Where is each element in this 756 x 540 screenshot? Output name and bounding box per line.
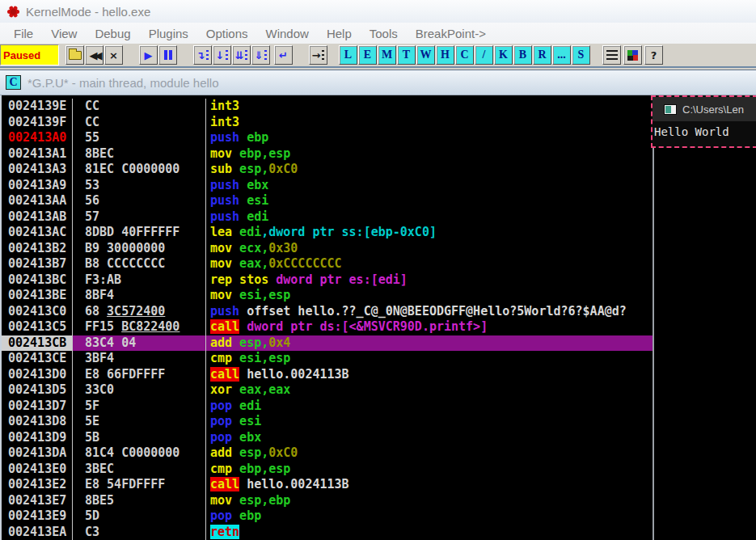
menu-item-plugins[interactable]: Plugins: [140, 25, 197, 42]
open-file-button[interactable]: [65, 45, 84, 65]
address-cell: 002413E2: [2, 477, 73, 493]
address-cell: 0024139F: [2, 115, 73, 131]
disassembly-row[interactable]: 002413AC8DBD 40FFFFFFlea edi,dword ptr s…: [2, 225, 653, 241]
menu-item-help[interactable]: Help: [318, 25, 361, 42]
bytes-cell: 56: [73, 193, 206, 209]
disassembly-row[interactable]: 002413C5FF15 BC822400call dword ptr ds:[…: [2, 319, 653, 335]
console-window[interactable]: C:\Users\Len Hello World: [651, 95, 756, 148]
view-button-h[interactable]: H: [436, 45, 454, 65]
disassembly-row[interactable]: 0024139ECCint3: [2, 99, 653, 115]
address-cell: 002413E7: [2, 493, 73, 509]
disassembly-row[interactable]: 002413BCF3:ABrep stos dword ptr es:[edi]: [2, 272, 653, 289]
disassembly-row[interactable]: 002413C068 3C572400push offset hello.??_…: [2, 304, 653, 320]
step-into-button[interactable]: ↴: [193, 45, 212, 65]
view-button-s[interactable]: S: [572, 45, 590, 65]
view-button-w[interactable]: W: [416, 45, 435, 65]
log-window-button[interactable]: [602, 45, 621, 65]
instruction-cell: xor eax,eax: [206, 382, 653, 399]
run-button[interactable]: ▶: [139, 45, 158, 65]
menu-item-options[interactable]: Options: [197, 25, 257, 42]
view-button-m[interactable]: M: [378, 45, 396, 65]
execute-till-return-button[interactable]: ↵: [274, 45, 293, 65]
execute-till-return-icon: ↵: [279, 50, 288, 61]
address-cell: 002413D5: [2, 382, 73, 399]
disassembly-row[interactable]: 002413D85Epop esi: [2, 414, 653, 430]
disassembly-row[interactable]: 002413B2B9 30000000mov ecx,0x30: [2, 241, 653, 257]
disassembly-row[interactable]: 002413AB57push edi: [2, 209, 653, 226]
disassembly-row[interactable]: 002413CE3BF4cmp esi,esp: [2, 351, 653, 367]
app-icon: [6, 5, 20, 19]
menu-item-window[interactable]: Window: [257, 25, 318, 42]
trace-over-button[interactable]: ⇓: [251, 45, 270, 65]
menu-item-view[interactable]: View: [42, 25, 86, 42]
disassembly-row[interactable]: 002413B7B8 CCCCCCCCmov eax,0xCCCCCCCC: [2, 256, 653, 272]
instruction-cell: push offset hello.??_C@_0N@BEEODGFF@Hell…: [206, 304, 653, 320]
disassembly-row[interactable]: 002413A18BECmov ebp,esp: [2, 146, 653, 162]
instruction-cell: push ebp: [206, 130, 653, 146]
disassembly-row[interactable]: 002413AA56push esi: [2, 193, 653, 209]
title-bar[interactable]: KernelMode - hello.exe: [0, 0, 756, 23]
trace-into-icon: ⇊: [235, 50, 244, 61]
restart-button[interactable]: ◀◀: [85, 45, 103, 65]
disassembly-row[interactable]: 002413E78BE5mov esp,ebp: [2, 493, 653, 509]
bytes-cell: B8 CCCCCCCC: [73, 256, 206, 272]
view-button-r[interactable]: R: [533, 45, 551, 65]
view-button-e[interactable]: E: [358, 45, 377, 65]
instruction-cell: pop ebp: [206, 508, 653, 525]
windows-button[interactable]: [623, 45, 642, 65]
instruction-cell: call dword ptr ds:[<&MSVCR90D.printf>]: [206, 319, 653, 335]
bytes-cell: E8 66FDFFFF: [73, 367, 206, 383]
view-button-patches[interactable]: /: [475, 45, 493, 65]
disassembly-row[interactable]: 0024139FCCint3: [2, 115, 653, 131]
trace-into-button[interactable]: ⇊: [232, 45, 251, 65]
disassembly-row[interactable]: 002413EAC3retn: [2, 525, 653, 540]
bytes-cell: 8BEC: [73, 146, 206, 162]
help-button[interactable]: ?: [644, 45, 663, 65]
go-to-icon: →: [312, 50, 321, 61]
address-cell: 002413A3: [2, 162, 73, 178]
address-cell: 002413E9: [2, 508, 73, 525]
cpu-window-title: *G.P.U* - main thread, module hello: [27, 76, 219, 90]
cpu-window-title-bar[interactable]: C *G.P.U* - main thread, module hello: [0, 70, 756, 95]
bytes-cell: 81EC C0000000: [73, 162, 206, 178]
view-button-l[interactable]: L: [339, 45, 357, 65]
menu-item-breakpoint[interactable]: BreakPoint->: [407, 25, 495, 42]
step-over-button[interactable]: ↓: [213, 45, 231, 65]
disassembly-row[interactable]: 002413D0E8 66FDFFFFcall hello.0024113B: [2, 367, 653, 383]
instruction-cell: mov esp,ebp: [206, 493, 653, 509]
debugger-window: KernelMode - hello.exe FileViewDebugPlug…: [0, 0, 756, 540]
disassembly-row[interactable]: 002413D95Bpop ebx: [2, 430, 653, 446]
console-title-bar[interactable]: C:\Users\Len: [653, 97, 756, 121]
disassembly-row[interactable]: 002413E95Dpop ebp: [2, 508, 653, 525]
go-to-address-button[interactable]: →: [309, 45, 327, 65]
view-button-c[interactable]: C: [455, 45, 474, 65]
view-button-more[interactable]: ...: [552, 45, 571, 65]
menu-item-file[interactable]: File: [5, 25, 42, 42]
menu-item-debug[interactable]: Debug: [86, 25, 139, 42]
disassembly-row[interactable]: 002413BE8BF4mov esi,esp: [2, 288, 653, 304]
window-title: KernelMode - hello.exe: [26, 5, 150, 19]
disassembly-row[interactable]: 002413D75Fpop edi: [2, 399, 653, 415]
instruction-cell: lea edi,dword ptr ss:[ebp-0xC0]: [206, 225, 653, 241]
close-program-button[interactable]: ×: [104, 45, 123, 65]
disassembly-row[interactable]: 002413E2E8 54FDFFFFcall hello.0024113B: [2, 477, 653, 493]
pause-button[interactable]: [158, 45, 177, 65]
disassembly-row[interactable]: 002413CB83C4 04add esp,0x4: [2, 335, 653, 352]
disassembly-row[interactable]: 002413E03BECcmp ebp,esp: [2, 462, 653, 478]
disassembly-pane[interactable]: 0024139ECCint30024139FCCint3002413A055pu…: [2, 95, 653, 540]
view-button-t[interactable]: T: [397, 45, 416, 65]
disassembly-row[interactable]: 002413A055push ebp: [2, 130, 653, 146]
view-button-k[interactable]: K: [494, 45, 513, 65]
instruction-cell: call hello.0024113B: [206, 367, 653, 383]
disassembly-row[interactable]: 002413DA81C4 C0000000add esp,0xC0: [2, 445, 653, 462]
address-cell: 002413EA: [2, 525, 73, 540]
disassembly-row[interactable]: 002413D533C0xor eax,eax: [2, 382, 653, 399]
disassembly-row[interactable]: 002413A953push ebx: [2, 178, 653, 194]
view-button-b[interactable]: B: [513, 45, 532, 65]
bytes-cell: 83C4 04: [73, 335, 206, 352]
address-cell: 002413A9: [2, 178, 73, 194]
address-cell: 002413D8: [2, 414, 73, 430]
address-cell: 002413AC: [2, 225, 73, 241]
disassembly-row[interactable]: 002413A381EC C0000000sub esp,0xC0: [2, 162, 653, 178]
menu-item-tools[interactable]: Tools: [361, 25, 407, 42]
